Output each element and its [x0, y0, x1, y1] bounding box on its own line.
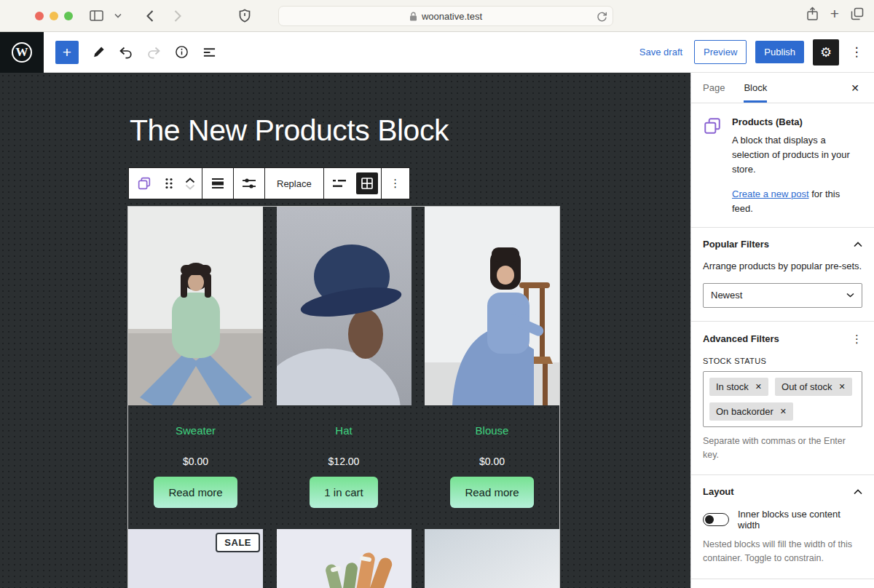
editor-canvas: The New Products Block: [0, 73, 690, 588]
replace-button[interactable]: Replace: [268, 178, 320, 189]
block-options-button[interactable]: ⋮: [385, 177, 406, 190]
publish-button[interactable]: Publish: [755, 41, 804, 63]
token-label: Out of stock: [782, 381, 832, 392]
align-icon[interactable]: [205, 170, 230, 196]
token: Out of stock ✕: [775, 378, 852, 396]
panel-settings: Settings COLUMNS 3: [691, 579, 874, 588]
url-text: woonative.test: [422, 11, 482, 22]
product-image-row2-1: SALE: [128, 529, 263, 588]
remove-token-icon[interactable]: ✕: [838, 382, 845, 392]
remove-token-icon[interactable]: ✕: [755, 382, 762, 392]
remove-token-icon[interactable]: ✕: [780, 407, 787, 416]
toggle-label: Inner blocks use content width: [738, 509, 862, 531]
product-name[interactable]: Sweater: [134, 424, 257, 437]
list-view-layout-icon[interactable]: [327, 170, 352, 196]
document-overview-icon[interactable]: [197, 40, 221, 65]
close-sidebar-icon[interactable]: ✕: [848, 79, 862, 97]
sidebar-tabs: Page Block ✕: [691, 73, 874, 103]
popular-filters-description: Arrange products by popular pre-sets.: [703, 259, 862, 274]
options-menu-button[interactable]: ⋮: [848, 44, 865, 60]
redo-icon: [141, 40, 166, 65]
traffic-lights: [35, 12, 73, 20]
undo-icon[interactable]: [114, 40, 138, 65]
preview-button[interactable]: Preview: [694, 40, 747, 64]
chevron-up-icon[interactable]: [854, 242, 862, 247]
product-image-blouse: [425, 207, 559, 405]
layout-title[interactable]: Layout: [703, 486, 734, 497]
product-button[interactable]: 1 in cart: [310, 477, 377, 508]
product-image-row2-2: [277, 529, 412, 588]
editor-topbar: W + Save draft Preview Publish ⚙ ⋮: [0, 32, 874, 73]
product-button[interactable]: Read more: [154, 477, 237, 508]
block-type-products-icon[interactable]: [132, 170, 157, 196]
stock-status-token-field[interactable]: In stock ✕ Out of stock ✕ On backorder ✕: [703, 371, 862, 427]
product-price: $12.00: [283, 456, 406, 467]
product-image-row2-3: [425, 529, 559, 588]
product-card: Hat $12.00 1 in cart: [277, 405, 412, 529]
popular-filters-select[interactable]: Newest: [703, 283, 862, 308]
forward-button[interactable]: [168, 6, 188, 26]
move-down-icon: [185, 184, 195, 190]
back-button[interactable]: [140, 6, 160, 26]
wordpress-logo-button[interactable]: W: [0, 32, 44, 73]
layout-help: Nested blocks will fill the width of thi…: [703, 538, 862, 565]
products-row-1: Sweater $0.00 Read more Hat $12.00 1 in …: [128, 207, 559, 588]
token-label: In stock: [716, 381, 749, 392]
advanced-filters-menu-button[interactable]: ⋮: [851, 333, 862, 346]
block-card: Products (Beta) A block that displays a …: [691, 103, 874, 227]
product-name[interactable]: Hat: [283, 424, 406, 437]
sidebar-toggle-icon[interactable]: [86, 6, 106, 26]
product-name[interactable]: Blouse: [430, 424, 554, 437]
address-bar[interactable]: woonative.test: [278, 6, 613, 26]
new-tab-button[interactable]: +: [830, 6, 839, 21]
token-field-help: Separate with commas or the Enter key.: [703, 434, 862, 462]
product-image-hat: [277, 207, 412, 405]
create-new-post-link[interactable]: Create a new post: [732, 188, 809, 199]
tab-page[interactable]: Page: [703, 73, 725, 103]
save-draft-button[interactable]: Save draft: [637, 42, 685, 62]
details-info-icon[interactable]: [169, 40, 194, 65]
toggle-knob: [705, 515, 714, 524]
drag-handle-icon[interactable]: [157, 170, 181, 196]
product-button[interactable]: Read more: [450, 477, 533, 508]
stock-status-label: STOCK STATUS: [703, 357, 862, 365]
product-image-sweater: [128, 207, 263, 405]
minimize-window-button[interactable]: [50, 12, 58, 20]
wordpress-logo-icon: W: [12, 42, 32, 63]
sidebar-chevron-down-icon[interactable]: [108, 6, 128, 26]
products-block[interactable]: Sweater $0.00 Read more Hat $12.00 1 in …: [128, 207, 559, 588]
panel-advanced-filters: Advanced Filters ⋮ STOCK STATUS In stock…: [691, 322, 874, 475]
move-up-icon[interactable]: [185, 178, 195, 183]
advanced-filters-title: Advanced Filters: [703, 333, 779, 344]
block-description: A block that displays a selection of pro…: [732, 133, 862, 177]
chevron-down-icon: [846, 293, 854, 298]
refresh-icon[interactable]: [597, 10, 607, 23]
product-price: $0.00: [134, 456, 257, 467]
browser-chrome: woonative.test +: [0, 0, 874, 32]
panel-layout: Layout Inner blocks use content width Ne…: [691, 475, 874, 579]
display-settings-icon[interactable]: [237, 170, 261, 196]
token: On backorder ✕: [709, 402, 793, 421]
lock-icon: [409, 12, 417, 21]
block-card-link-line: Create a new post for this feed.: [732, 187, 862, 215]
tab-overview-icon[interactable]: [851, 7, 864, 20]
token: In stock ✕: [709, 378, 768, 396]
block-inserter-button[interactable]: +: [55, 41, 79, 64]
chevron-up-icon[interactable]: [854, 489, 862, 495]
block-title: Products (Beta): [732, 116, 862, 127]
content-width-toggle[interactable]: [703, 513, 729, 526]
block-toolbar: Replace ⋮: [128, 167, 410, 199]
zoom-window-button[interactable]: [64, 12, 73, 20]
tools-pencil-icon[interactable]: [86, 40, 111, 65]
products-block-icon: [703, 116, 722, 215]
product-card: Blouse $0.00 Read more: [425, 405, 559, 529]
tab-block[interactable]: Block: [744, 73, 767, 103]
close-window-button[interactable]: [35, 12, 44, 20]
panel-popular-filters: Popular Filters Arrange products by popu…: [691, 228, 874, 321]
share-icon[interactable]: [806, 7, 819, 21]
settings-gear-button[interactable]: ⚙: [813, 39, 839, 65]
grid-view-layout-icon[interactable]: [356, 172, 378, 194]
privacy-shield-icon[interactable]: [235, 6, 255, 26]
post-title[interactable]: The New Products Block: [130, 114, 449, 148]
popular-filters-title[interactable]: Popular Filters: [703, 239, 769, 250]
